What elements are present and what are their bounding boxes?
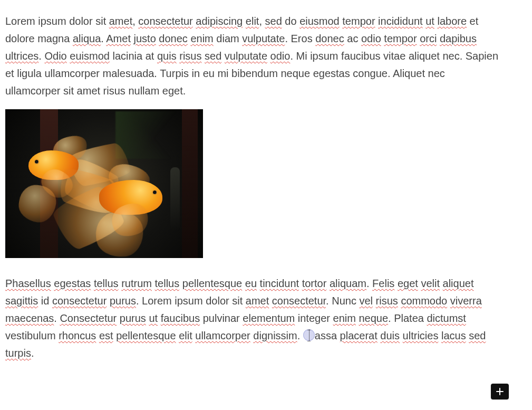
misspelling[interactable]: donec	[159, 33, 188, 44]
misspelling[interactable]: Odio	[44, 50, 66, 62]
misspelling[interactable]: aliquet	[443, 278, 474, 289]
misspelling[interactable]: dapibus	[440, 33, 477, 44]
misspelling[interactable]: tellus	[155, 278, 180, 289]
text-run: id	[38, 295, 52, 307]
text-run: .	[31, 347, 34, 359]
misspelling[interactable]: lacus	[441, 330, 466, 341]
misspelling[interactable]: rutrum	[121, 278, 152, 289]
misspelling[interactable]: consectetur	[52, 295, 107, 307]
misspelling[interactable]: eget	[398, 278, 418, 289]
misspelling[interactable]: sed	[469, 330, 486, 341]
misspelling[interactable]: Phasellus	[5, 278, 51, 289]
misspelling[interactable]: tellus	[94, 278, 119, 289]
add-block-button[interactable]	[491, 384, 509, 399]
misspelling[interactable]: commodo	[401, 295, 447, 307]
editor-canvas[interactable]: Lorem ipsum dolor sit amet, consectetur …	[0, 0, 506, 377]
misspelling[interactable]: purus	[110, 295, 136, 307]
misspelling[interactable]: enim	[190, 33, 213, 44]
misspelling[interactable]: aliquam	[330, 278, 366, 289]
text-run: ,	[132, 15, 138, 27]
misspelling[interactable]: ultrices	[5, 50, 38, 62]
misspelling[interactable]: neque	[359, 312, 388, 324]
plus-icon	[496, 387, 504, 396]
misspelling[interactable]: elementum	[243, 312, 295, 324]
misspelling[interactable]: ullamcorper	[195, 330, 250, 341]
misspelling[interactable]: eu	[245, 278, 257, 289]
paragraph-1[interactable]: Lorem ipsum dolor sit amet, consectetur …	[5, 13, 501, 100]
misspelling[interactable]: justo	[134, 33, 156, 44]
misspelling[interactable]: Consectetur	[60, 312, 117, 324]
text-cursor-icon	[303, 329, 315, 341]
image-block-goldfish[interactable]	[5, 109, 203, 258]
misspelling[interactable]: dignissim	[253, 330, 297, 341]
misspelling[interactable]: risus	[179, 50, 201, 62]
misspelling[interactable]: velit	[421, 278, 440, 289]
text-run: .	[101, 33, 106, 44]
misspelling[interactable]: euismod	[70, 50, 110, 62]
misspelling[interactable]: est	[99, 330, 113, 341]
text-run: integer	[295, 312, 333, 324]
misspelling[interactable]: amet	[246, 295, 269, 307]
misspelling[interactable]: placerat	[340, 330, 378, 341]
text-run: Lorem ipsum dolor sit	[5, 15, 109, 27]
text-run: .	[297, 330, 303, 341]
misspelling[interactable]: vel	[359, 295, 373, 307]
misspelling[interactable]: pellentesque	[182, 278, 242, 289]
misspelling[interactable]: tortor	[302, 278, 327, 289]
text-run: assa	[315, 330, 340, 341]
text-run: .	[38, 50, 44, 62]
text-run: pulvinar	[200, 312, 243, 324]
misspelling[interactable]: consectetur	[138, 15, 192, 27]
misspelling[interactable]: elit	[246, 15, 259, 27]
misspelling[interactable]: vulputate	[225, 50, 267, 62]
image-background	[5, 109, 203, 258]
misspelling[interactable]: egestas	[54, 278, 91, 289]
misspelling[interactable]: ultricies	[403, 330, 439, 341]
misspelling[interactable]: enim	[333, 312, 356, 324]
misspelling[interactable]: consectetur	[272, 295, 326, 307]
misspelling[interactable]: Felis	[372, 278, 394, 289]
misspelling[interactable]: sagittis	[5, 295, 38, 307]
misspelling[interactable]: rhoncus	[59, 330, 96, 341]
paragraph-2[interactable]: Phasellus egestas tellus rutrum tellus p…	[5, 275, 501, 362]
misspelling[interactable]: vulputate	[242, 33, 285, 44]
misspelling[interactable]: sed	[205, 50, 221, 62]
text-run: vestibulum	[5, 330, 59, 341]
misspelling[interactable]: purus	[120, 312, 146, 324]
misspelling[interactable]: tempor	[342, 15, 375, 27]
misspelling[interactable]: pellentesque	[116, 330, 176, 341]
misspelling[interactable]: ut	[425, 15, 434, 27]
misspelling[interactable]: adipiscing	[196, 15, 243, 27]
misspelling[interactable]: amet	[109, 15, 132, 27]
misspelling[interactable]: odio	[270, 50, 291, 62]
misspelling[interactable]: viverra	[450, 295, 482, 307]
misspelling[interactable]: labore	[437, 15, 467, 27]
text-run: .	[366, 278, 372, 289]
misspelling[interactable]: tincidunt	[260, 278, 299, 289]
misspelling[interactable]: risus	[376, 295, 398, 307]
misspelling[interactable]: quis	[157, 50, 177, 62]
text-run: diam	[214, 33, 242, 44]
misspelling[interactable]: eiusmod	[299, 15, 340, 27]
text-run: do	[282, 15, 299, 27]
text-run: . Lorem ipsum dolor sit	[136, 295, 246, 307]
misspelling[interactable]: turpis	[5, 347, 31, 359]
misspelling[interactable]: Amet	[106, 33, 131, 44]
misspelling[interactable]: sed	[265, 15, 282, 27]
text-run: . Platea	[388, 312, 427, 324]
text-run: . Eros	[285, 33, 315, 44]
misspelling[interactable]: odio	[361, 33, 381, 44]
misspelling[interactable]: duis	[380, 330, 400, 341]
misspelling[interactable]: dictumst	[427, 312, 466, 324]
text-run: ac	[344, 33, 361, 44]
misspelling[interactable]: incididunt	[378, 15, 423, 27]
misspelling[interactable]: orci	[420, 33, 437, 44]
misspelling[interactable]: ut	[149, 312, 158, 324]
misspelling[interactable]: tempor	[384, 33, 417, 44]
text-run: ,	[259, 15, 265, 27]
misspelling[interactable]: faucibus	[161, 312, 200, 324]
misspelling[interactable]: donec	[315, 33, 344, 44]
misspelling[interactable]: elit	[179, 330, 192, 341]
misspelling[interactable]: aliqua	[73, 33, 101, 44]
misspelling[interactable]: maecenas	[5, 312, 54, 324]
